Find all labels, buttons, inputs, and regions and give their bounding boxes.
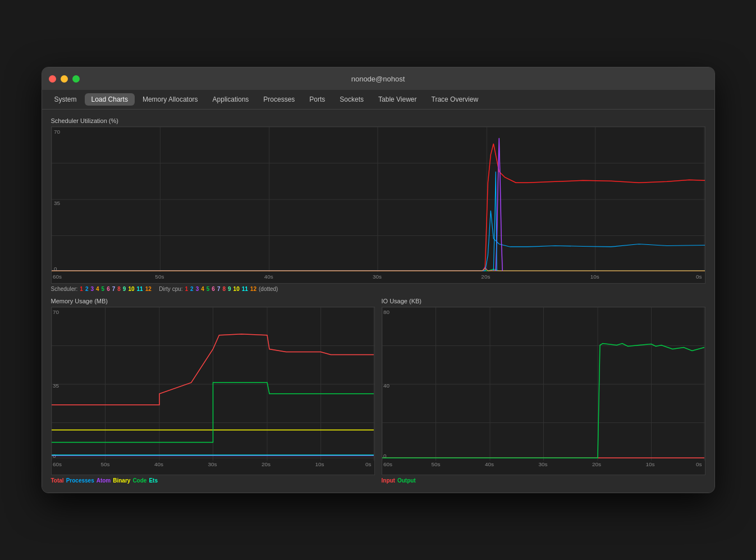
io-output-label: Output [397, 477, 416, 484]
dirty-7: 7 [217, 286, 221, 292]
svg-text:40: 40 [383, 383, 390, 389]
sched-4: 4 [96, 286, 99, 292]
scheduler-chart: 70 35 0 60s 50s 40s 30s 20s 10s 0s [51, 126, 705, 284]
tab-ports[interactable]: Ports [303, 93, 332, 106]
close-button[interactable] [49, 75, 56, 83]
svg-text:10s: 10s [315, 461, 324, 467]
svg-text:80: 80 [383, 309, 390, 315]
memory-chart-title: Memory Usage (MB) [51, 298, 375, 304]
memory-section: Memory Usage (MB) [51, 298, 375, 484]
svg-text:70: 70 [52, 309, 59, 315]
svg-text:10s: 10s [590, 274, 599, 280]
mem-ets-label: Ets [149, 477, 158, 484]
tab-memory-allocators[interactable]: Memory Allocators [136, 93, 205, 106]
tab-trace-overview[interactable]: Trace Overview [425, 93, 485, 106]
minimize-button[interactable] [61, 75, 68, 83]
mem-processes-label: Processes [66, 477, 94, 484]
svg-text:50s: 50s [155, 274, 164, 280]
svg-text:70: 70 [53, 129, 60, 135]
sched-12: 12 [145, 286, 152, 292]
io-legend: Input Output [382, 477, 705, 484]
app-window: nonode@nohost System Load Charts Memory … [42, 67, 715, 493]
svg-text:30s: 30s [373, 274, 382, 280]
io-chart: 80 40 0 60s 50s 40s 30s 20s 10s 0s [382, 307, 705, 475]
svg-text:50s: 50s [100, 461, 109, 467]
tab-bar: System Load Charts Memory Allocators App… [42, 90, 714, 110]
dirty-8: 8 [222, 286, 226, 292]
tab-sockets[interactable]: Sockets [333, 93, 370, 106]
dirty-12: 12 [250, 286, 256, 292]
sched-5: 5 [102, 286, 105, 292]
svg-rect-0 [52, 127, 705, 283]
scheduler-legend-label: Scheduler: [51, 286, 78, 292]
traffic-lights [49, 75, 80, 83]
mem-code-label: Code [132, 477, 146, 484]
sched-6: 6 [107, 286, 110, 292]
mem-total-label: Total [51, 477, 64, 484]
io-section: IO Usage (KB) [382, 298, 705, 484]
sched-10: 10 [128, 286, 134, 292]
memory-legend: Total Processes Atom Binary Code Ets [51, 477, 375, 484]
memory-svg: 70 35 0 60s 50s 40s 30s 20s 10s 0s [52, 307, 374, 475]
dirty-2: 2 [190, 286, 194, 292]
window-title: nonode@nohost [351, 75, 405, 83]
svg-text:30s: 30s [538, 461, 547, 467]
io-svg: 80 40 0 60s 50s 40s 30s 20s 10s 0s [382, 307, 705, 475]
titlebar: nonode@nohost [42, 67, 714, 90]
memory-chart: 70 35 0 60s 50s 40s 30s 20s 10s 0s [51, 307, 375, 475]
svg-text:20s: 20s [592, 461, 601, 467]
dirty-6: 6 [212, 286, 215, 292]
sched-9: 9 [123, 286, 126, 292]
svg-text:40s: 40s [485, 461, 494, 467]
sched-11: 11 [137, 286, 143, 292]
scheduler-legend: Scheduler: 1 2 3 4 5 6 7 8 9 10 11 12 Di… [51, 286, 705, 292]
io-chart-title: IO Usage (KB) [382, 298, 705, 304]
svg-text:40s: 40s [264, 274, 273, 280]
dirty-3: 3 [196, 286, 199, 292]
tab-processes[interactable]: Processes [256, 93, 301, 106]
scheduler-chart-title: Scheduler Utilization (%) [51, 117, 705, 124]
svg-text:60s: 60s [52, 461, 61, 467]
bottom-charts-row: Memory Usage (MB) [51, 298, 705, 484]
tab-applications[interactable]: Applications [206, 93, 256, 106]
dirty-cpu-label: Dirty cpu: [159, 286, 182, 292]
svg-text:0s: 0s [365, 461, 372, 467]
dirty-11: 11 [242, 286, 248, 292]
svg-text:50s: 50s [431, 461, 440, 467]
mem-binary-label: Binary [113, 477, 130, 484]
sched-3: 3 [90, 286, 94, 292]
svg-text:60s: 60s [52, 274, 61, 280]
content-area: Scheduler Utilization (%) [42, 110, 714, 493]
sched-1: 1 [80, 286, 83, 292]
tab-system[interactable]: System [48, 93, 84, 106]
sched-8: 8 [117, 286, 121, 292]
svg-text:30s: 30s [208, 461, 217, 467]
svg-text:35: 35 [53, 200, 60, 206]
maximize-button[interactable] [72, 75, 80, 83]
scheduler-section: Scheduler Utilization (%) [51, 117, 705, 292]
tab-table-viewer[interactable]: Table Viewer [372, 93, 423, 106]
dirty-9: 9 [228, 286, 231, 292]
svg-text:35: 35 [52, 383, 59, 389]
svg-text:10s: 10s [645, 461, 654, 467]
dirty-4: 4 [201, 286, 204, 292]
svg-text:20s: 20s [481, 274, 490, 280]
sched-7: 7 [112, 286, 116, 292]
dotted-label: (dotted) [259, 286, 278, 292]
svg-text:0s: 0s [696, 274, 702, 280]
dirty-1: 1 [185, 286, 189, 292]
dirty-5: 5 [207, 286, 210, 292]
sched-2: 2 [85, 286, 89, 292]
svg-text:40s: 40s [154, 461, 163, 467]
tab-load-charts[interactable]: Load Charts [85, 93, 135, 106]
dirty-10: 10 [233, 286, 240, 292]
svg-text:0s: 0s [696, 461, 702, 467]
io-input-label: Input [382, 477, 395, 484]
svg-text:20s: 20s [262, 461, 271, 467]
scheduler-svg: 70 35 0 60s 50s 40s 30s 20s 10s 0s [52, 127, 705, 283]
svg-text:60s: 60s [383, 461, 392, 467]
mem-atom-label: Atom [97, 477, 111, 484]
